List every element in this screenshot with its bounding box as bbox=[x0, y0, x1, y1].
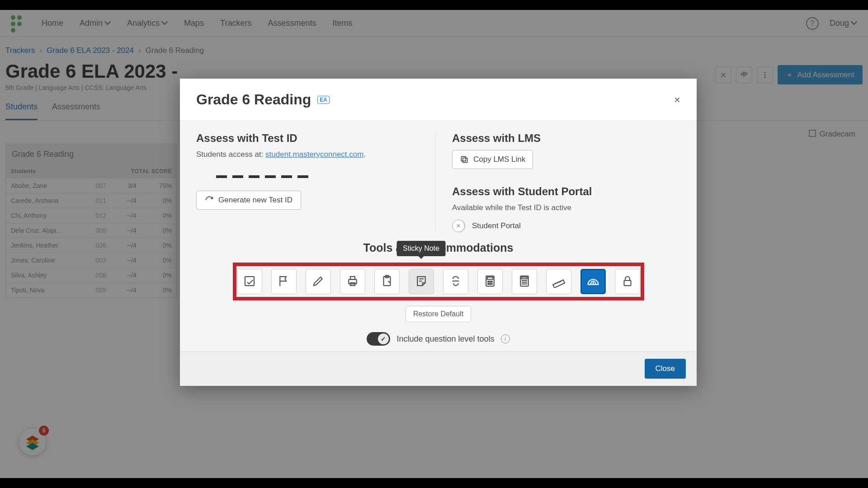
svg-rect-25 bbox=[553, 280, 565, 287]
copy-lms-link-button[interactable]: Copy LMS Link bbox=[452, 150, 533, 169]
clipboard-icon bbox=[380, 274, 394, 289]
svg-rect-7 bbox=[463, 158, 467, 163]
copy-icon bbox=[460, 155, 469, 164]
lock-icon bbox=[621, 274, 634, 289]
svg-rect-26 bbox=[624, 280, 631, 285]
calculator-sci-icon bbox=[518, 274, 531, 289]
student-portal-label: Student Portal bbox=[472, 221, 521, 230]
assessment-modal: Grade 6 Reading EA × Assess with Test ID… bbox=[180, 79, 697, 386]
notepad-icon bbox=[243, 274, 256, 289]
tool-lock[interactable] bbox=[615, 269, 640, 294]
svg-point-22 bbox=[491, 283, 492, 285]
tool-printer[interactable] bbox=[340, 269, 365, 294]
protractor-icon bbox=[586, 274, 600, 289]
refresh-icon bbox=[205, 196, 214, 205]
sticky-note-icon bbox=[415, 274, 428, 289]
assess-portal-heading: Assess with Student Portal bbox=[452, 185, 680, 198]
student-portal-toggle[interactable]: × bbox=[452, 220, 465, 232]
strikethrough-icon bbox=[449, 274, 462, 289]
tool-clipboard[interactable] bbox=[374, 269, 400, 294]
assess-portal-text: Available while the Test ID is active bbox=[452, 203, 680, 212]
tool-calculator-sci[interactable] bbox=[512, 269, 537, 294]
student-portal-link[interactable]: student.masteryconnect.com bbox=[265, 150, 363, 159]
tooltip-sticky-note: Sticky Note bbox=[396, 241, 446, 256]
tool-protractor[interactable] bbox=[580, 269, 606, 294]
tool-pencil[interactable] bbox=[306, 269, 331, 294]
test-id-placeholder bbox=[216, 175, 425, 178]
generate-label: Generate new Test ID bbox=[218, 196, 292, 205]
svg-rect-9 bbox=[245, 277, 254, 286]
include-tools-switch[interactable] bbox=[367, 332, 390, 346]
tool-notepad[interactable] bbox=[237, 269, 262, 294]
copy-lms-label: Copy LMS Link bbox=[473, 155, 525, 164]
modal-title: Grade 6 Reading bbox=[196, 91, 311, 108]
svg-point-21 bbox=[489, 283, 491, 285]
svg-rect-16 bbox=[487, 277, 493, 279]
calculator-basic-icon bbox=[483, 274, 497, 289]
ruler-icon bbox=[552, 274, 566, 289]
restore-default-button[interactable]: Restore Default bbox=[406, 306, 471, 322]
tools-highlight-frame bbox=[233, 263, 644, 300]
include-tools-label: Include question level tools bbox=[396, 334, 494, 344]
tool-ruler[interactable] bbox=[546, 269, 571, 294]
assess-testid-text: Students access at: student.masteryconne… bbox=[196, 150, 425, 159]
svg-point-18 bbox=[489, 281, 491, 282]
close-icon[interactable]: × bbox=[674, 94, 680, 106]
info-icon[interactable]: i bbox=[501, 334, 510, 343]
ea-badge: EA bbox=[317, 96, 330, 104]
tool-calculator-basic[interactable] bbox=[477, 269, 503, 294]
svg-point-17 bbox=[488, 281, 489, 282]
svg-rect-24 bbox=[521, 277, 527, 279]
printer-icon bbox=[346, 274, 359, 289]
flag-icon bbox=[277, 274, 291, 289]
tool-flag[interactable] bbox=[271, 269, 297, 294]
assess-lms-heading: Assess with LMS bbox=[452, 132, 680, 145]
svg-rect-8 bbox=[461, 156, 466, 161]
tool-strikethrough[interactable] bbox=[443, 269, 468, 294]
close-button[interactable]: Close bbox=[645, 359, 686, 379]
assess-testid-heading: Assess with Test ID bbox=[196, 132, 425, 145]
switch-knob bbox=[378, 333, 389, 344]
pencil-icon bbox=[311, 274, 325, 289]
generate-test-id-button[interactable]: Generate new Test ID bbox=[196, 191, 301, 210]
svg-point-19 bbox=[491, 281, 492, 282]
tool-sticky-note[interactable] bbox=[409, 269, 434, 294]
svg-rect-11 bbox=[350, 277, 355, 279]
svg-point-20 bbox=[488, 283, 489, 285]
